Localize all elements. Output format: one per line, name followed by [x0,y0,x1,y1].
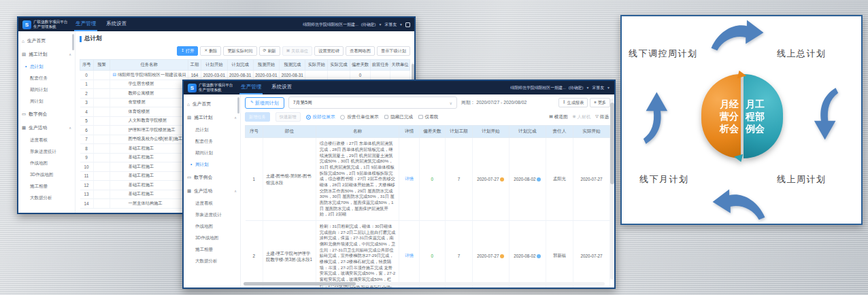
task-name: 学生宿舍楼层 [128,81,154,86]
construction-plan-icon: ▤ [22,52,26,57]
sidebar-scrollbar[interactable] [72,34,74,50]
tab-system-settings[interactable]: 系统设置 [270,81,293,94]
label-online-weekly-plan: 线上周计划 [777,173,827,186]
detail-link[interactable]: 详情 [405,253,414,258]
tab-production-management[interactable]: 生产管理 [239,81,263,94]
chevron-down-icon[interactable]: ▼ [586,86,589,90]
vertical-scrollbar[interactable] [610,99,614,279]
delete-button[interactable]: ✕删除 [200,46,221,56]
task-name: 护理和理工学院楼层施工 [128,127,175,132]
project-selector[interactable]: 绵阳师范学院绵阳校区一期建... [303,22,358,28]
chevron-down-icon[interactable]: ▼ [399,22,403,27]
related-unit-button[interactable]: ▣关联单位 [282,46,312,56]
new-week-plan-button[interactable]: ✎ 新增周计划 [245,97,284,109]
sidebar-item-大数据分析[interactable]: 大数据分析 [18,192,75,204]
sidebar-item-形象进度统计[interactable]: 形象进度统计 [184,209,240,221]
digital-meeting-icon: ▭ [22,111,26,117]
checkbox-only-me[interactable]: 仅看我 [418,114,438,120]
sidebar: ⌂生产首页▤施工计划∧总计划配套任务期间计划周计划▭数字例会▦生产活动∧进度看板… [184,94,241,288]
sidebar-section-3[interactable]: ▦生产活动∧ [18,121,75,135]
column-header: 计划开始 [201,60,227,71]
chevron-down-icon[interactable]: ▼ [378,22,382,27]
sidebar-item-总计划[interactable]: 总计划 [184,124,240,136]
sidebar-item-形象进度统计[interactable]: 形象进度统计 [18,146,75,158]
sidebar-section-label: 生产活动 [194,188,212,194]
scrollbar-thumb[interactable] [610,103,614,184]
new-task-button[interactable]: 新增任务 [245,112,270,122]
sidebar-item-配套任务[interactable]: 配套任务 [184,136,240,148]
sidebar-section-3[interactable]: ▦生产活动∧ [184,184,240,198]
sidebar-scrollbar[interactable] [237,97,239,114]
sidebar-section-0[interactable]: ⌂生产首页 [18,34,75,48]
sidebar-item-期间计划[interactable]: 期间计划 [18,84,75,96]
sidebar-item-周计划[interactable]: 周计划 [184,159,240,171]
project-status: (待确定) [361,22,376,28]
app-logo: S 广联达数字项目平台 生产管理系统 [188,83,233,92]
horizontal-scrollbar[interactable] [244,282,605,285]
glodon-logo-icon: S [188,84,197,92]
table-row[interactable]: 2土建-理工学院与护理学院教学楼-第3层-流水段1粉刷：31日粉刷完成，砌体：3… [246,220,610,288]
set-milestone-button[interactable]: 设置里程碑 [314,46,344,56]
week-select[interactable]: 7月第5周 ∨ [288,97,457,109]
filter-button[interactable]: ▽筛选 [594,114,610,121]
sidebar-item-进度看板[interactable]: 进度看板 [18,135,75,146]
radio-selected-icon [306,115,311,120]
finish-status-icon [537,177,541,181]
user-menu[interactable]: 宋显友 [592,85,604,91]
task-name: 人文和教育学院楼层 [128,118,167,122]
expand-icon[interactable]: ⊟ [112,72,116,77]
tab-production-management[interactable]: 生产管理 [74,18,97,31]
sidebar-section-0[interactable]: ⌂生产首页 [184,97,240,111]
week-plan-window: S 广联达数字项目平台 生产管理系统 生产管理 系统设置 绵阳师范学院绵阳校区一… [182,80,616,289]
sidebar-item-作战地图[interactable]: 作战地图 [184,221,240,232]
week-toolbar: ✎ 新增周计划 7月第5周 ∨ 周期： 2020/07/27 - 2020/08… [245,97,610,109]
radio-by-unit[interactable]: 按责任单位展示 [340,114,378,120]
sidebar-section-label: 生产活动 [29,124,47,131]
more-button[interactable]: ≡更多 [590,98,610,107]
gantt-view-button[interactable]: ▤横道图 [548,114,569,121]
table-row[interactable]: 0⊟绵阳师范学院绵阳校区一期建设项目1642020-03-012020-08-3… [80,71,410,80]
fullscreen-icon[interactable] [405,22,410,27]
sidebar-item-周计划[interactable]: 周计划 [18,96,75,107]
sidebar-section-2[interactable]: ▭数字例会 [184,171,240,184]
sidebar-item-总计划[interactable]: 总计划 [18,61,75,73]
column-header: 部位 [263,126,316,138]
checkbox-hide-completed[interactable]: 隐藏已完成 [384,114,413,120]
sidebar-item-3D作战地图[interactable]: 3D作战地图 [184,232,240,244]
chevron-up-icon: ∧ [69,52,71,56]
sidebar-section-2[interactable]: ▭数字例会 [18,107,75,121]
show-sub-plan-button[interactable]: 显示下级计划 [377,46,410,56]
sidebar-item-进度看板[interactable]: 进度看板 [184,198,240,209]
sidebar-item-施工相册[interactable]: 施工相册 [184,244,240,256]
user-menu[interactable]: 宋显友 [384,22,397,28]
sidebar-item-大数据分析[interactable]: 大数据分析 [184,256,240,267]
sidebar-item-3D作战地图[interactable]: 3D作战地图 [18,169,75,181]
quick-add-button[interactable]: 快速新增 [276,112,301,122]
delete-icon: ✕ [204,49,207,53]
open-button[interactable]: ↥打开 [177,46,198,56]
project-selector[interactable]: 绵阳师范学院绵阳校区一期建... [510,85,566,91]
sidebar-item-期间计划[interactable]: 期间计划 [184,148,240,159]
sidebar-item-配套任务[interactable]: 配套任务 [18,73,75,84]
detail-link[interactable]: 详情 [405,176,414,181]
resources-button[interactable]: ◉人材机 [571,114,592,121]
sidebar-item-施工相册[interactable]: 施工相册 [18,181,75,192]
checkbox-icon [418,115,423,120]
glodon-logo-icon: S [22,20,31,29]
tab-system-settings[interactable]: 系统设置 [105,18,128,31]
chevron-up-icon: ∧ [234,116,237,120]
sidebar-item-作战地图[interactable]: 作战地图 [18,158,75,169]
update-actual-time-button[interactable]: 更新实际时间 [223,46,256,56]
radio-by-location[interactable]: 按部位展示 [306,114,335,120]
chevron-down-icon[interactable]: ▼ [607,86,610,90]
task-name: 基础工程施工 [128,191,154,196]
sidebar-section-1[interactable]: ▤施工计划∧ [18,48,75,61]
view-network-chart-button[interactable]: 查看网络图 [346,46,375,56]
generate-report-button[interactable]: ↥生成报表 [558,98,588,107]
scrollbar-thumb[interactable] [244,282,356,285]
sidebar-section-label: 生产首页 [27,37,46,44]
view-toolbar: ▤横道图◉人材机▽筛选 [548,114,610,121]
sidebar-section-1[interactable]: ▤施工计划∧ [184,111,240,124]
refresh-button[interactable]: ⟳刷新 [259,46,280,56]
table-row[interactable]: 1土建-图书馆-第9层-图书馆流水段综合楼行政楼：27日 东单体机房层浇筑完成，… [246,138,610,221]
